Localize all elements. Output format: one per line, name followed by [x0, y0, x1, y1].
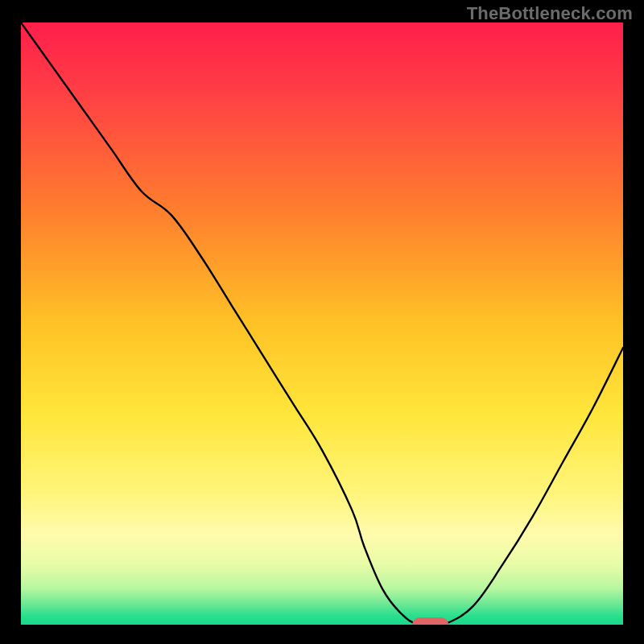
optimal-marker	[412, 617, 448, 625]
chart-frame: TheBottleneck.com	[0, 0, 644, 644]
watermark-text: TheBottleneck.com	[467, 3, 633, 24]
plot-area	[21, 23, 623, 625]
gradient-background	[21, 23, 623, 625]
bottleneck-chart	[21, 23, 623, 625]
